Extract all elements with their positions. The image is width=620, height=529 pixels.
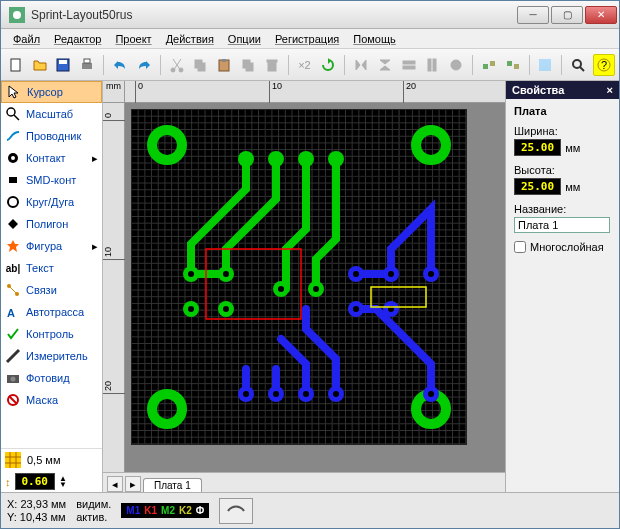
svg-point-87: [428, 391, 434, 397]
paste-button[interactable]: [213, 54, 235, 76]
svg-rect-24: [490, 61, 495, 66]
search-button[interactable]: [567, 54, 589, 76]
connections-icon: [5, 282, 21, 298]
board-tab[interactable]: Плата 1: [143, 478, 202, 492]
smd-icon: [5, 172, 21, 188]
svg-text:?: ?: [601, 59, 607, 71]
tool-label: Автотрасса: [26, 306, 84, 318]
minimize-button[interactable]: ─: [517, 6, 549, 24]
tool-mask[interactable]: Маска: [1, 389, 102, 411]
align-v-button[interactable]: [421, 54, 443, 76]
tool-autoroute[interactable]: AАвтотрасса: [1, 301, 102, 323]
ruler-vertical: 0 10 20: [103, 103, 125, 472]
mirror-v-button[interactable]: [374, 54, 396, 76]
tool-check[interactable]: Контроль: [1, 323, 102, 345]
board-tabs: ◂ ▸ Плата 1: [103, 472, 505, 492]
svg-rect-14: [246, 63, 253, 71]
tool-label: Текст: [26, 262, 54, 274]
tool-text[interactable]: ab|Текст: [1, 257, 102, 279]
undo-button[interactable]: [109, 54, 131, 76]
multilayer-checkbox[interactable]: [514, 241, 526, 253]
save-button[interactable]: [53, 54, 75, 76]
macro-button[interactable]: [219, 498, 253, 524]
cut-button[interactable]: [166, 54, 188, 76]
tool-measure[interactable]: Измеритель: [1, 345, 102, 367]
ruler-horizontal: 0 10 20: [125, 81, 505, 103]
tool-trace[interactable]: Проводник: [1, 125, 102, 147]
align-h-button[interactable]: [398, 54, 420, 76]
tool-smd[interactable]: SMD-конт: [1, 169, 102, 191]
delete-button[interactable]: [261, 54, 283, 76]
open-button[interactable]: [29, 54, 51, 76]
transparency-button[interactable]: [535, 54, 557, 76]
layer-f[interactable]: Ф: [194, 505, 207, 516]
polygon-icon: [5, 216, 21, 232]
tracewidth-value[interactable]: 0.60: [15, 473, 56, 490]
menu-options[interactable]: Опции: [222, 31, 267, 47]
tool-cursor[interactable]: Курсор: [1, 81, 102, 103]
mirror-h-button[interactable]: [350, 54, 372, 76]
coordinates: X: 23,93 мм Y: 10,43 мм: [7, 498, 66, 524]
layer-k2[interactable]: K2: [177, 505, 194, 516]
grid-icon: [5, 452, 21, 468]
svg-point-64: [223, 306, 229, 312]
x2-button[interactable]: ×2: [294, 54, 316, 76]
layer-badges[interactable]: M1 K1 M2 K2 Ф: [121, 503, 209, 518]
tracewidth-icon: ↕: [5, 476, 11, 488]
menu-help[interactable]: Помощь: [347, 31, 402, 47]
tool-pad[interactable]: Контакт▸: [1, 147, 102, 169]
info-button[interactable]: ?: [593, 54, 615, 76]
svg-rect-5: [82, 63, 92, 69]
snap-button[interactable]: [445, 54, 467, 76]
copy-button[interactable]: [189, 54, 211, 76]
circle-icon: [5, 194, 21, 210]
tab-next-button[interactable]: ▸: [125, 476, 141, 492]
tool-shape[interactable]: Фигура▸: [1, 235, 102, 257]
maximize-button[interactable]: ▢: [551, 6, 583, 24]
menubar: Файл Редактор Проект Действия Опции Реги…: [1, 29, 619, 49]
svg-point-84: [273, 391, 279, 397]
tool-connections[interactable]: Связи: [1, 279, 102, 301]
name-input[interactable]: [514, 217, 610, 233]
canvas-viewport[interactable]: [125, 103, 505, 472]
properties-title: Свойства: [512, 84, 564, 96]
layer-m1[interactable]: M1: [124, 505, 142, 516]
svg-point-31: [7, 108, 15, 116]
trace-icon: [5, 128, 21, 144]
menu-project[interactable]: Проект: [109, 31, 157, 47]
group1-button[interactable]: [478, 54, 500, 76]
spinner-icon[interactable]: ▲▼: [59, 476, 67, 488]
menu-actions[interactable]: Действия: [160, 31, 220, 47]
print-button[interactable]: [76, 54, 98, 76]
rotate-button[interactable]: [317, 54, 339, 76]
layer-k1[interactable]: K1: [142, 505, 159, 516]
svg-rect-12: [222, 59, 226, 62]
pcb-canvas[interactable]: [131, 109, 467, 445]
svg-point-81: [353, 306, 359, 312]
tool-photo[interactable]: Фотовид: [1, 367, 102, 389]
svg-point-63: [188, 306, 194, 312]
zoom-icon: [5, 106, 21, 122]
height-input[interactable]: 25.00: [514, 178, 561, 195]
width-input[interactable]: 25.00: [514, 139, 561, 156]
menu-editor[interactable]: Редактор: [48, 31, 107, 47]
svg-point-86: [333, 391, 339, 397]
tool-polygon[interactable]: Полигон: [1, 213, 102, 235]
redo-button[interactable]: [133, 54, 155, 76]
svg-point-61: [188, 271, 194, 277]
svg-rect-25: [507, 61, 512, 66]
tool-circle[interactable]: Круг/Дуга: [1, 191, 102, 213]
tab-prev-button[interactable]: ◂: [107, 476, 123, 492]
properties-close-icon[interactable]: ×: [607, 84, 613, 96]
group2-button[interactable]: [502, 54, 524, 76]
svg-point-66: [313, 286, 319, 292]
menu-file[interactable]: Файл: [7, 31, 46, 47]
close-button[interactable]: ✕: [585, 6, 617, 24]
layer-m2[interactable]: M2: [159, 505, 177, 516]
new-button[interactable]: [5, 54, 27, 76]
tool-zoom[interactable]: Масштаб: [1, 103, 102, 125]
svg-point-8: [179, 68, 183, 72]
tool-label: Измеритель: [26, 350, 88, 362]
menu-register[interactable]: Регистрация: [269, 31, 345, 47]
duplicate-button[interactable]: [237, 54, 259, 76]
